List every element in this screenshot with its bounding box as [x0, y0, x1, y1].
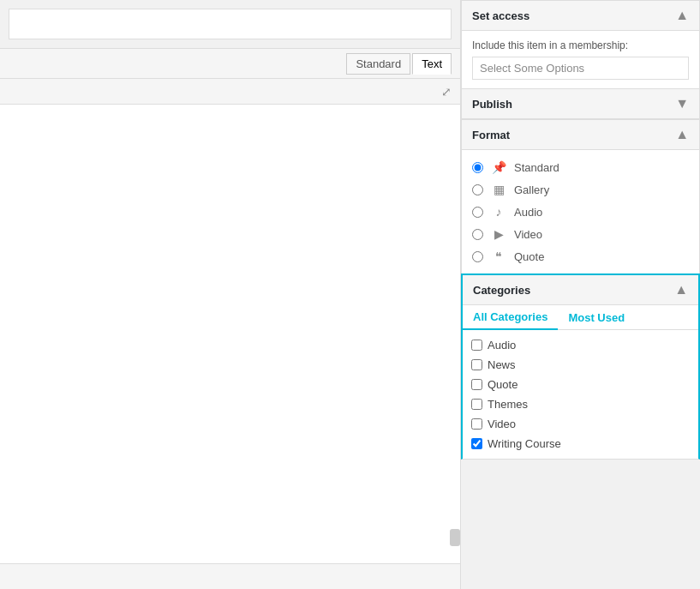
list-item: Quote [466, 376, 695, 393]
editor-area: Standard Text ⤢ [0, 0, 460, 589]
visual-tab[interactable]: Standard [346, 53, 410, 75]
format-label-quote: Quote [514, 250, 544, 263]
format-header[interactable]: Format ▲ [462, 120, 699, 150]
set-access-panel: Set access ▲ Include this item in a memb… [461, 0, 700, 88]
editor-options-row: ⤢ [0, 79, 460, 105]
set-access-label: Include this item in a membership: [472, 39, 689, 51]
categories-header[interactable]: Categories ▲ [463, 275, 698, 305]
categories-body: All Categories Most Used Audio News Quot… [463, 305, 698, 459]
set-access-header[interactable]: Set access ▲ [462, 1, 699, 31]
format-label-standard: Standard [514, 161, 559, 174]
editor-toolbar: Standard Text [0, 48, 460, 79]
categories-panel: Categories ▲ All Categories Most Used Au… [461, 273, 700, 460]
format-radio-quote[interactable] [472, 251, 483, 262]
list-item: Themes [466, 396, 695, 412]
tab-most-used[interactable]: Most Used [558, 305, 635, 329]
cat-checkbox-themes[interactable] [471, 399, 482, 410]
cat-checkbox-video[interactable] [471, 418, 482, 430]
list-item: Audio [466, 337, 695, 353]
format-label-video: Video [514, 228, 542, 241]
format-label-gallery: Gallery [514, 183, 549, 196]
publish-header[interactable]: Publish ▼ [462, 89, 699, 119]
list-item: News [466, 357, 695, 373]
cat-label-audio[interactable]: Audio [488, 339, 516, 352]
categories-list: Audio News Quote Themes Video [463, 330, 698, 459]
format-option-gallery: ▦ Gallery [472, 181, 689, 198]
format-radio-gallery[interactable] [472, 184, 483, 195]
publish-panel: Publish ▼ [461, 88, 700, 119]
cat-label-news[interactable]: News [488, 358, 516, 371]
post-title-input[interactable] [9, 9, 452, 39]
format-options: 📌 Standard ▦ Gallery ♪ Audio ▶ Video [472, 159, 689, 265]
list-item: Writing Course [466, 436, 695, 452]
publish-toggle[interactable]: ▼ [675, 96, 689, 111]
set-access-body: Include this item in a membership: Selec… [462, 31, 699, 88]
format-radio-video[interactable] [472, 229, 483, 240]
editor-bottom-bar [0, 563, 460, 589]
cat-checkbox-writing-course[interactable] [471, 438, 482, 449]
format-radio-standard[interactable] [472, 162, 483, 173]
cat-label-themes[interactable]: Themes [488, 398, 528, 411]
format-radio-audio[interactable] [472, 207, 483, 218]
format-option-audio: ♪ Audio [472, 203, 689, 220]
cat-label-quote[interactable]: Quote [488, 378, 518, 391]
cat-label-video[interactable]: Video [488, 418, 516, 430]
membership-select[interactable]: Select Some Options [472, 57, 689, 80]
standard-icon: 📌 [490, 159, 507, 176]
publish-title: Publish [472, 98, 512, 111]
text-tab[interactable]: Text [412, 53, 452, 75]
format-option-standard: 📌 Standard [472, 159, 689, 176]
expand-icon[interactable]: ⤢ [441, 85, 452, 99]
scrollbar-thumb[interactable] [450, 529, 460, 546]
video-icon: ▶ [490, 225, 507, 243]
audio-icon: ♪ [490, 203, 507, 220]
format-label-audio: Audio [514, 206, 542, 219]
editor-content[interactable] [0, 105, 460, 563]
gallery-icon: ▦ [490, 181, 507, 198]
cat-checkbox-news[interactable] [471, 359, 482, 370]
quote-icon: ❝ [490, 248, 507, 265]
cat-checkbox-audio[interactable] [471, 340, 482, 351]
list-item: Video [466, 416, 695, 432]
cat-label-writing-course[interactable]: Writing Course [488, 437, 561, 450]
categories-tabs: All Categories Most Used [463, 305, 698, 330]
format-toggle[interactable]: ▲ [675, 127, 689, 142]
tab-all-categories[interactable]: All Categories [463, 305, 558, 330]
set-access-title: Set access [472, 9, 529, 22]
sidebar: Set access ▲ Include this item in a memb… [460, 0, 700, 589]
format-option-video: ▶ Video [472, 225, 689, 243]
cat-checkbox-quote[interactable] [471, 379, 482, 390]
categories-title: Categories [473, 284, 530, 297]
set-access-toggle[interactable]: ▲ [675, 8, 689, 23]
categories-toggle[interactable]: ▲ [674, 282, 688, 298]
format-title: Format [472, 129, 510, 141]
format-option-quote: ❝ Quote [472, 248, 689, 265]
format-body: 📌 Standard ▦ Gallery ♪ Audio ▶ Video [462, 150, 699, 273]
format-panel: Format ▲ 📌 Standard ▦ Gallery ♪ Aud [461, 119, 700, 273]
